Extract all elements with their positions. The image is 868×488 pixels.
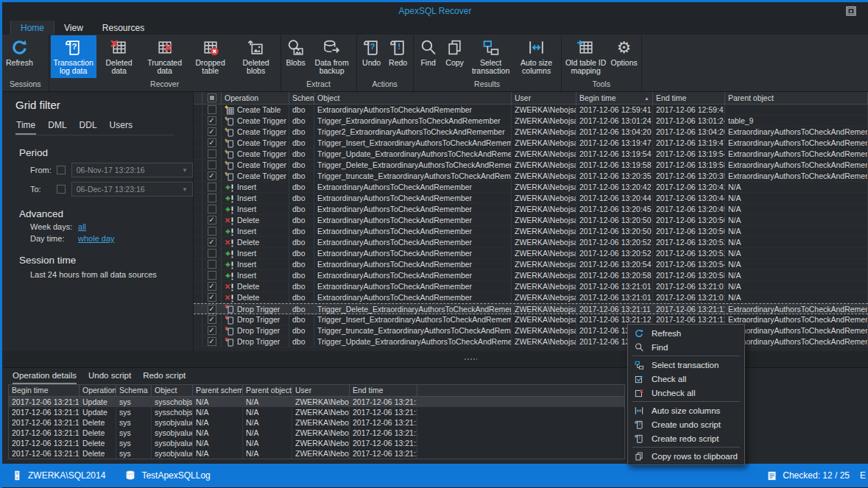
- week-days-link[interactable]: all: [78, 222, 86, 231]
- menu-tab-home[interactable]: Home: [10, 20, 54, 35]
- menu-item-copy-rows-to-clipboard[interactable]: Copy rows to clipboard: [628, 449, 744, 463]
- row-checkbox[interactable]: ✓: [202, 336, 222, 347]
- auto-size-columns-button[interactable]: Auto size columns: [514, 35, 560, 78]
- column-header-user[interactable]: User: [512, 92, 576, 104]
- column-header-begin-time[interactable]: Begin time▲: [576, 92, 653, 104]
- grid-row[interactable]: Create TriggerdboTrigger_Update_Extraord…: [194, 149, 868, 160]
- grid-row[interactable]: InsertdboExtraordinaryAuthorsToCheckAndR…: [194, 182, 868, 193]
- options-button[interactable]: ⚙Options: [609, 35, 640, 78]
- from-checkbox[interactable]: [57, 166, 66, 174]
- filter-tab-time[interactable]: Time: [15, 119, 36, 135]
- menu-item-uncheck-all[interactable]: Uncheck all: [628, 386, 744, 400]
- grid-row[interactable]: ✓Create TriggerdboTrigger2_Extraordinary…: [194, 127, 868, 138]
- column-header-operation[interactable]: Operation: [222, 92, 289, 104]
- menu-item-create-redo-script[interactable]: !Create redo script: [628, 431, 744, 445]
- grid-row[interactable]: InsertdboExtraordinaryAuthorsToCheckAndR…: [194, 204, 868, 215]
- window-expand-icon[interactable]: [844, 4, 858, 18]
- row-checkbox[interactable]: ✓: [202, 138, 222, 148]
- grid-row[interactable]: ✓Create TriggerdboTrigger_ExtraordinaryA…: [194, 116, 868, 127]
- refresh-button[interactable]: Refresh: [4, 35, 35, 78]
- menu-tab-resources[interactable]: Resources: [93, 21, 154, 35]
- row-checkbox[interactable]: ✓: [202, 215, 222, 225]
- details-tab-redo-script[interactable]: Redo script: [143, 371, 186, 384]
- menu-tab-view[interactable]: View: [54, 21, 93, 35]
- grid-row[interactable]: Create TabledboExtraordinaryAuthorsToChe…: [194, 105, 868, 116]
- menu-item-auto-size-columns[interactable]: Auto size columns: [628, 403, 744, 417]
- details-column-header-end-time[interactable]: End time: [350, 385, 417, 396]
- dropped-table-button[interactable]: Dropped table: [188, 35, 233, 78]
- row-checkbox[interactable]: [202, 182, 222, 192]
- details-column-header-parent-object[interactable]: Parent object: [243, 385, 292, 396]
- grid-row[interactable]: InsertdboExtraordinaryAuthorsToCheckAndR…: [194, 259, 868, 270]
- select-all-checkbox[interactable]: [202, 92, 222, 104]
- menu-item-select-transaction[interactable]: Select transaction: [628, 358, 744, 372]
- row-checkbox[interactable]: [202, 193, 222, 203]
- menu-item-check-all[interactable]: Check all: [628, 372, 744, 386]
- row-checkbox[interactable]: [202, 270, 222, 280]
- grid-row[interactable]: ✓Create TriggerdboTrigger_truncate_Extra…: [194, 171, 868, 182]
- details-column-header-begin-time[interactable]: Begin time: [9, 385, 80, 396]
- grid-row[interactable]: ✓Drop TriggerdboTrigger_Delete_Extraordi…: [194, 303, 868, 314]
- row-checkbox[interactable]: [202, 105, 222, 115]
- find-button[interactable]: Find: [415, 35, 442, 78]
- details-column-header-operation[interactable]: Operation: [80, 385, 116, 396]
- grid-row[interactable]: InsertdboExtraordinaryAuthorsToCheckAndR…: [194, 226, 868, 237]
- column-header-schema[interactable]: Schema: [289, 92, 314, 104]
- details-tab-operation-details[interactable]: Operation details: [13, 371, 77, 384]
- undo-button[interactable]: ?Undo: [359, 35, 385, 78]
- row-checkbox[interactable]: [202, 149, 222, 159]
- day-time-link[interactable]: whole day: [78, 234, 115, 243]
- blobs-button[interactable]: Blobs: [283, 35, 309, 78]
- redo-button[interactable]: !Redo: [385, 35, 412, 78]
- details-row[interactable]: 2017-12-06 13:21:11Deletesyssysobjvalues…: [9, 438, 624, 448]
- row-checkbox[interactable]: ✓: [202, 237, 222, 247]
- to-checkbox[interactable]: [57, 185, 66, 194]
- grid-row[interactable]: ✓DeletedboExtraordinaryAuthorsToCheckAnd…: [194, 237, 868, 248]
- column-header-end-time[interactable]: End time: [653, 92, 725, 104]
- copy-button[interactable]: Copy: [442, 35, 468, 78]
- to-date-select[interactable]: 06-Dec-17 13:23:16 ▼: [71, 182, 193, 197]
- row-checkbox[interactable]: [202, 259, 222, 269]
- row-checkbox[interactable]: [202, 226, 222, 236]
- grid-row[interactable]: Create TriggerdboTrigger_Delete_Extraord…: [194, 160, 868, 171]
- grid-row[interactable]: InsertdboExtraordinaryAuthorsToCheckAndR…: [194, 248, 868, 259]
- grid-row[interactable]: ✓DeletedboExtraordinaryAuthorsToCheckAnd…: [194, 215, 868, 226]
- old-table-id-mapping-button[interactable]: Old table ID mapping: [563, 35, 609, 78]
- grid-row[interactable]: ✓DeletedboExtraordinaryAuthorsToCheckAnd…: [194, 292, 868, 303]
- data-from-backup-button[interactable]: Data from backup: [309, 35, 355, 78]
- details-column-header-schema[interactable]: Schema: [116, 385, 152, 396]
- grid-row[interactable]: ✓Drop TriggerdboTrigger_truncate_Extraor…: [194, 325, 868, 336]
- details-row[interactable]: 2017-12-06 13:21:11Deletesyssysobjvalues…: [9, 448, 624, 459]
- row-checkbox[interactable]: ✓: [202, 281, 222, 291]
- row-checkbox[interactable]: [202, 204, 222, 214]
- menu-item-create-undo-script[interactable]: ?Create undo script: [628, 417, 744, 431]
- row-checkbox[interactable]: ✓: [202, 314, 222, 325]
- deleted-data-button[interactable]: Deleted data: [96, 35, 142, 78]
- filter-tab-ddl[interactable]: DDL: [79, 119, 98, 135]
- column-header-object[interactable]: Object: [314, 92, 512, 104]
- deleted-blobs-button[interactable]: Deleted blobs: [233, 35, 279, 78]
- grid-row[interactable]: ✓Drop TriggerdboTrigger_Update_Extraordi…: [194, 336, 868, 347]
- transaction-log-data-button[interactable]: ?Transaction log data: [51, 35, 96, 78]
- grid-row[interactable]: InsertdboExtraordinaryAuthorsToCheckAndR…: [194, 270, 868, 281]
- details-row[interactable]: 2017-12-06 13:21:11UpdatesyssysschobjsN/…: [9, 397, 624, 407]
- menu-item-find[interactable]: Find: [628, 340, 744, 354]
- row-checkbox[interactable]: ✓: [202, 304, 222, 314]
- details-column-header-user[interactable]: User: [292, 385, 350, 396]
- grid-row[interactable]: InsertdboExtraordinaryAuthorsToCheckAndR…: [194, 193, 868, 204]
- row-checkbox[interactable]: ✓: [202, 292, 222, 303]
- details-column-header-object[interactable]: Object: [152, 385, 193, 396]
- filter-tab-dml[interactable]: DML: [47, 119, 67, 135]
- filter-tab-users[interactable]: Users: [109, 119, 133, 135]
- details-row[interactable]: 2017-12-06 13:21:11Deletesyssysobjvalues…: [9, 428, 624, 438]
- grid-row[interactable]: ✓Create TriggerdboTrigger_Insert_Extraor…: [194, 138, 868, 149]
- truncated-data-button[interactable]: Truncated data: [142, 35, 188, 78]
- grid-row[interactable]: ✓Drop TriggerdboTrigger_Insert_Extraordi…: [194, 314, 868, 325]
- row-checkbox[interactable]: ✓: [202, 171, 222, 181]
- column-header-parent-object[interactable]: Parent object: [725, 92, 868, 104]
- menu-item-refresh[interactable]: Refresh: [628, 326, 744, 340]
- from-date-select[interactable]: 06-Nov-17 13:23:16 ▼: [71, 163, 193, 177]
- details-column-header-parent-schema[interactable]: Parent schema: [193, 385, 243, 396]
- row-checkbox[interactable]: ✓: [202, 325, 222, 336]
- row-checkbox[interactable]: [202, 248, 222, 258]
